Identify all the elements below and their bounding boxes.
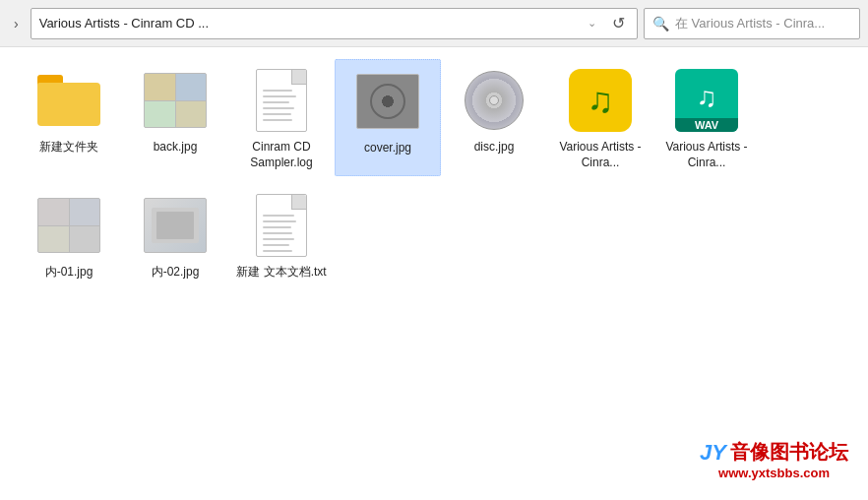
file-grid: 新建文件夹 back.jpg: [0, 47, 868, 500]
file-item-folder-new[interactable]: 新建文件夹: [16, 59, 122, 176]
wav-icon: ♫ WAV: [671, 65, 742, 136]
folder-icon: [33, 65, 104, 136]
watermark-url: www.yxtsbbs.com: [700, 466, 848, 480]
wav-music-icon: ♫: [697, 82, 717, 113]
file-label: Various Artists - Cinra...: [551, 140, 650, 170]
music-app-icon: ♫: [565, 65, 636, 136]
address-bar[interactable]: Various Artists - Cinram CD ... ⌄ ↺: [31, 8, 638, 39]
cover-icon: [352, 66, 423, 137]
file-item-new-txt[interactable]: 新建 文本文档.txt: [228, 184, 335, 286]
txt-icon: [246, 190, 317, 261]
address-dropdown-icon[interactable]: ⌄: [582, 13, 602, 33]
music-note-icon: ♫: [588, 80, 614, 121]
inner02-icon: [140, 190, 211, 261]
file-label: Cinram CD Sampler.log: [232, 140, 331, 170]
file-item-inner-02[interactable]: 内-02.jpg: [122, 184, 228, 286]
search-box[interactable]: 🔍 在 Various Artists - Cinra...: [644, 8, 860, 39]
search-text: 在 Various Artists - Cinra...: [675, 15, 851, 32]
file-label: disc.jpg: [474, 140, 515, 156]
file-item-cinram-log[interactable]: Cinram CD Sampler.log: [228, 59, 335, 176]
wav-label-text: WAV: [675, 118, 738, 132]
image-icon: [140, 65, 211, 136]
watermark: JY 音像图书论坛 www.yxtsbbs.com: [700, 439, 848, 480]
file-label: Various Artists - Cinra...: [657, 140, 756, 170]
file-item-various-mp3[interactable]: ♫ Various Artists - Cinra...: [547, 59, 653, 176]
file-label: 内-02.jpg: [152, 265, 200, 281]
file-label: back.jpg: [154, 140, 198, 156]
file-label: cover.jpg: [364, 141, 411, 156]
back-arrow[interactable]: ›: [8, 12, 25, 35]
file-item-inner-01[interactable]: 内-01.jpg: [16, 184, 122, 286]
disc-icon: [459, 65, 529, 136]
title-bar: › Various Artists - Cinram CD ... ⌄ ↺ 🔍 …: [0, 0, 868, 47]
log-icon: [246, 65, 317, 136]
file-label: 新建文件夹: [39, 140, 98, 156]
file-item-cover-jpg[interactable]: cover.jpg: [335, 59, 441, 176]
refresh-button[interactable]: ↺: [608, 12, 629, 34]
address-text: Various Artists - Cinram CD ...: [39, 16, 576, 31]
watermark-logo: JY 音像图书论坛: [700, 439, 848, 466]
file-item-back-jpg[interactable]: back.jpg: [122, 59, 228, 176]
file-item-disc-jpg[interactable]: disc.jpg: [441, 59, 547, 176]
inner01-icon: [33, 190, 104, 261]
file-label: 内-01.jpg: [45, 265, 93, 281]
file-label: 新建 文本文档.txt: [236, 265, 326, 281]
search-icon: 🔍: [652, 16, 669, 31]
file-item-various-wav[interactable]: ♫ WAV Various Artists - Cinra...: [653, 59, 760, 176]
